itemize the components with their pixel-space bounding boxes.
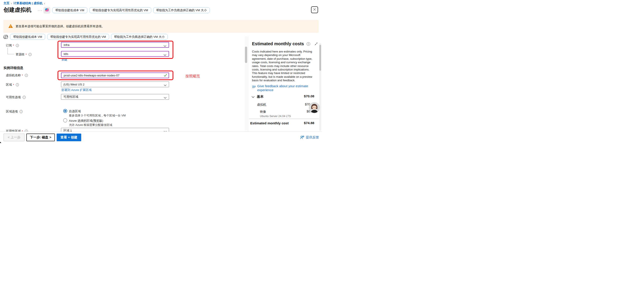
vm-name-label: 虚拟机名称* i bbox=[6, 73, 28, 77]
footer-bar: < 上一步 下一步: 磁盘 > 查看 + 创建 提供反馈 bbox=[0, 132, 322, 143]
create-vm-page: 主页 › 计算基础结构 | 虚拟机 › 创建虚拟机 ··· 帮助我创 bbox=[0, 0, 322, 143]
tree-connector bbox=[8, 54, 14, 54]
availability-options-dropdown[interactable]: 可用性区域 bbox=[61, 94, 169, 100]
suggestion-vm-size-button[interactable]: 帮助我为工作负载选择正确的 VM 大小 bbox=[111, 34, 168, 40]
vm-name-input[interactable] bbox=[61, 73, 169, 78]
chevron-down-icon bbox=[164, 44, 166, 48]
warning-banner: 更改基本选项可能会重置所做的选择。创建虚拟机前查看所有选项。 bbox=[3, 20, 319, 33]
zone-options-label: 区域选项 i bbox=[6, 110, 22, 114]
warning-icon bbox=[8, 24, 13, 29]
more-button[interactable]: ··· bbox=[38, 8, 42, 12]
cost-group-value: $70.08 bbox=[285, 94, 314, 98]
resource-group-dropdown[interactable]: k8s bbox=[61, 51, 169, 57]
chevron-right-icon: › bbox=[44, 2, 45, 5]
copilot-outline-icon bbox=[3, 35, 8, 39]
chevron-down-icon bbox=[164, 53, 166, 57]
copilot-button[interactable] bbox=[44, 7, 50, 14]
feedback-person-icon bbox=[300, 136, 304, 139]
subscription-dropdown[interactable]: infra bbox=[61, 42, 169, 48]
mouse-cursor bbox=[0, 141, 3, 143]
availability-options-label: 可用性选项 i bbox=[6, 95, 26, 99]
region-dropdown[interactable]: (US) West US 2 bbox=[61, 82, 169, 87]
info-icon[interactable]: i bbox=[28, 53, 32, 56]
costs-disclaimer: Costs indicated here are estimates only.… bbox=[252, 50, 313, 82]
info-icon[interactable]: i bbox=[20, 110, 22, 113]
suggestion-vm-size-button[interactable]: 帮助我为工作负载选择正确的 VM 大小 bbox=[153, 7, 210, 13]
self-select-zones-radio[interactable] bbox=[63, 109, 67, 113]
valid-check-icon bbox=[164, 74, 167, 78]
chevron-down-icon bbox=[164, 96, 166, 100]
cost-group-label: 基本 bbox=[257, 94, 264, 99]
info-icon[interactable]: i bbox=[25, 74, 28, 77]
copilot-suggestions-inline: 帮助我创建低成本 VM 帮助我创建专为实现高可用性而优化的 VM 帮助我为工作负… bbox=[3, 34, 168, 40]
self-select-zones-helper: 最多选择 3 个可用性区域，每个区域一台 VM bbox=[69, 114, 126, 118]
annotation-note: 按照规范 bbox=[186, 74, 200, 79]
chevron-right-icon: › bbox=[11, 2, 12, 5]
costs-divider bbox=[249, 119, 320, 119]
info-icon[interactable]: i bbox=[22, 96, 26, 99]
avatar[interactable] bbox=[309, 102, 320, 113]
tree-connector bbox=[8, 48, 8, 54]
breadcrumb-section[interactable]: 计算基础结构 | 虚拟机 bbox=[14, 1, 42, 5]
close-button[interactable] bbox=[311, 6, 318, 13]
cost-item-image-label: 映像 bbox=[260, 110, 266, 114]
azure-selected-zones-radio[interactable] bbox=[63, 118, 67, 122]
total-cost-label: Estimated monthly cost bbox=[250, 121, 289, 125]
panel-divider bbox=[248, 36, 248, 132]
copilot-suggestions-top: 帮助我创建低成本 VM 帮助我创建专为实现高可用性而优化的 VM 帮助我为工作负… bbox=[52, 7, 210, 13]
instance-details-heading: 实例详细信息 bbox=[4, 66, 23, 70]
info-icon[interactable]: i bbox=[16, 83, 19, 86]
page-title: 创建虚拟机 bbox=[4, 6, 32, 14]
suggestion-low-cost-vm-button[interactable]: 帮助我创建低成本 VM bbox=[52, 7, 87, 13]
suggestion-high-availability-button[interactable]: 帮助我创建专为实现高可用性而优化的 VM bbox=[89, 7, 151, 13]
breadcrumb: 主页 › 计算基础结构 | 虚拟机 › bbox=[4, 1, 45, 5]
cost-item-image-sub: Ubuntu Server 24.04 LTS bbox=[260, 115, 291, 118]
chevron-down-icon bbox=[252, 95, 254, 99]
suggestion-low-cost-vm-button[interactable]: 帮助我创建低成本 VM bbox=[10, 34, 45, 40]
info-icon[interactable]: i bbox=[16, 44, 19, 47]
collapse-panel-icon[interactable] bbox=[314, 42, 318, 46]
subscription-label: 订阅* i bbox=[6, 44, 19, 48]
cost-group-basic[interactable]: 基本 bbox=[252, 94, 264, 99]
chevron-down-icon bbox=[164, 84, 166, 87]
create-new-link[interactable]: 新建 bbox=[62, 58, 68, 62]
total-cost-value: $74.88 bbox=[285, 121, 314, 125]
azure-selected-zones-option[interactable]: Azure 选择的区域(预览版) bbox=[69, 119, 103, 123]
warning-text: 更改基本选项可能会重置所做的选择。创建虚拟机前查看所有选项。 bbox=[16, 24, 104, 28]
feedback-bubbles-icon bbox=[252, 85, 256, 92]
resource-group-label: 资源组* i bbox=[16, 53, 32, 57]
next-disks-button[interactable]: 下一步: 磁盘 > bbox=[26, 134, 55, 141]
previous-button[interactable]: < 上一步 bbox=[4, 134, 24, 141]
azure-selected-zones-helper: 允许 Azure 根据需要分配最佳区域 bbox=[69, 123, 112, 127]
close-icon bbox=[313, 8, 316, 12]
costs-panel-title: Estimated monthly costs i bbox=[252, 41, 310, 46]
review-create-button[interactable]: 查看 + 创建 bbox=[57, 134, 81, 141]
estimate-feedback-link[interactable]: Give feedback about your estimate experi… bbox=[252, 84, 316, 92]
main-scrollbar-thumb[interactable] bbox=[245, 47, 247, 63]
cost-item-vm-label: 虚拟机 bbox=[257, 103, 266, 107]
panel-scrollbar-thumb[interactable] bbox=[319, 45, 321, 71]
suggestion-high-availability-button[interactable]: 帮助我创建专为实现高可用性而优化的 VM bbox=[47, 34, 109, 40]
self-select-zones-option[interactable]: 自选区域 bbox=[69, 109, 81, 113]
breadcrumb-home[interactable]: 主页 bbox=[4, 1, 10, 5]
give-feedback-link[interactable]: 提供反馈 bbox=[300, 135, 319, 139]
info-icon[interactable]: i bbox=[307, 42, 310, 46]
azure-extended-zones-link[interactable]: 部署到 Azure 扩展区域 bbox=[62, 88, 92, 92]
copilot-logo-icon bbox=[45, 8, 49, 13]
region-label: 区域* i bbox=[6, 83, 19, 87]
